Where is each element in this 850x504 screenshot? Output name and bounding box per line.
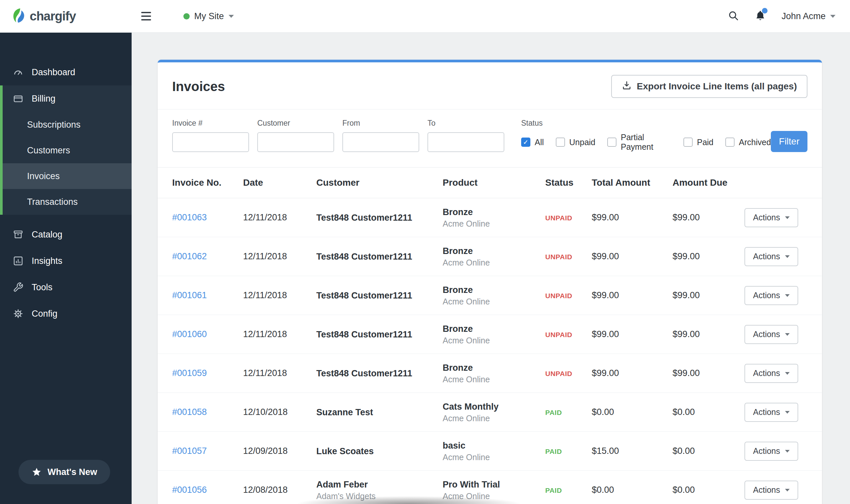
checkbox-partial-payment[interactable]	[607, 138, 616, 147]
chargify-logo[interactable]: chargify	[12, 7, 76, 25]
sidebar-item-invoices[interactable]: Invoices	[3, 163, 132, 189]
sidebar-item-insights[interactable]: Insights	[0, 248, 132, 274]
actions-button[interactable]: Actions	[744, 481, 798, 500]
sidebar-item-config[interactable]: Config	[0, 301, 132, 327]
actions-button[interactable]: Actions	[744, 403, 798, 422]
total-amount-cell: $99.00	[592, 251, 672, 262]
product-name: Cats Monthly	[442, 401, 545, 412]
customer-cell: Test848 Customer1211	[316, 290, 442, 301]
filter-input-customer[interactable]	[257, 132, 334, 152]
site-name: My Site	[194, 11, 224, 21]
actions-button[interactable]: Actions	[744, 208, 798, 227]
invoice-link[interactable]: #001062	[172, 251, 207, 261]
filter-bar: Invoice #CustomerFromTo Status AllUnpaid…	[158, 109, 822, 167]
status-option-archived[interactable]: Archived	[725, 138, 771, 147]
invoice-link[interactable]: #001060	[172, 329, 207, 339]
table-row: #00106212/11/2018Test848 Customer1211Bro…	[158, 237, 822, 276]
notifications-button[interactable]	[754, 10, 766, 23]
column-header-customer: Customer	[316, 178, 442, 188]
checkbox-all[interactable]	[521, 138, 530, 147]
customer-name: Adam Feber	[316, 479, 442, 490]
invoice-link[interactable]: #001056	[172, 485, 207, 495]
sidebar-item-customers[interactable]: Customers	[3, 138, 132, 163]
invoice-link[interactable]: #001063	[172, 212, 207, 222]
sidebar-subitem-label: Subscriptions	[27, 120, 80, 130]
filter-input-to[interactable]	[428, 132, 504, 152]
column-header-status: Status	[545, 178, 592, 188]
top-bar: chargify My Site	[0, 0, 850, 33]
filter-field-label: To	[428, 119, 504, 128]
filter-field-customer: Customer	[257, 119, 334, 152]
sidebar-item-billing[interactable]: Billing	[3, 86, 132, 112]
table-body: #00106312/11/2018Test848 Customer1211Bro…	[158, 198, 822, 504]
sidebar-item-label: Config	[32, 309, 57, 319]
amount-due-cell: $0.00	[672, 407, 749, 417]
menu-icon[interactable]	[139, 9, 154, 23]
filter-input-invoice[interactable]	[172, 132, 249, 152]
product-subtitle: Acme Online	[442, 257, 545, 268]
filter-input-from[interactable]	[342, 132, 419, 152]
checkbox-archived[interactable]	[725, 138, 735, 147]
page-title: Invoices	[172, 79, 225, 94]
amount-due-cell: $99.00	[672, 368, 749, 378]
chevron-down-icon	[830, 15, 835, 18]
product-name: Bronze	[442, 206, 545, 218]
total-amount-cell: $99.00	[592, 290, 672, 301]
invoice-link[interactable]: #001058	[172, 407, 207, 417]
star-icon	[32, 467, 41, 477]
status-option-paid[interactable]: Paid	[684, 138, 713, 147]
actions-button-label: Actions	[753, 407, 780, 417]
sidebar-item-catalog[interactable]: Catalog	[0, 221, 132, 248]
table-row: #00105912/11/2018Test848 Customer1211Bro…	[158, 354, 822, 393]
sidebar-item-subscriptions[interactable]: Subscriptions	[3, 112, 132, 138]
date-cell: 12/11/2018	[243, 368, 316, 378]
site-selector[interactable]: My Site	[183, 11, 234, 21]
invoice-cell: #001057	[172, 446, 243, 456]
invoice-link[interactable]: #001059	[172, 368, 207, 378]
sidebar-item-tools[interactable]: Tools	[0, 274, 132, 301]
status-option-unpaid[interactable]: Unpaid	[556, 138, 595, 147]
sidebar-item-transactions[interactable]: Transactions	[3, 189, 132, 215]
checkbox-paid[interactable]	[684, 138, 693, 147]
product-cell: BronzeAcme Online	[442, 323, 545, 346]
customer-name: Test848 Customer1211	[316, 329, 442, 340]
status-option-partial-payment[interactable]: Partial Payment	[607, 132, 672, 152]
whats-new-button[interactable]: What's New	[18, 460, 110, 484]
sidebar-item-label: Billing	[32, 94, 55, 104]
actions-button[interactable]: Actions	[744, 364, 798, 383]
search-button[interactable]	[728, 10, 739, 22]
product-name: Bronze	[442, 362, 545, 373]
actions-button-label: Actions	[753, 446, 780, 456]
export-invoice-line-items-button[interactable]: Export Invoice Line Items (all pages)	[611, 75, 808, 98]
actions-button[interactable]: Actions	[744, 442, 798, 461]
status-option-all[interactable]: All	[521, 138, 544, 147]
user-menu[interactable]: John Acme	[781, 11, 835, 21]
checkbox-unpaid[interactable]	[556, 138, 565, 147]
product-name: basic	[442, 440, 545, 451]
card-header: Invoices Export Invoice Line Items (all …	[158, 62, 822, 109]
invoice-link[interactable]: #001057	[172, 446, 207, 456]
invoice-link[interactable]: #001061	[172, 290, 207, 300]
actions-button[interactable]: Actions	[744, 325, 798, 344]
invoices-table: Invoice No.DateCustomerProductStatusTota…	[158, 167, 822, 504]
site-status-dot	[183, 13, 189, 19]
customer-name: Luke Scoates	[316, 446, 442, 457]
actions-button-label: Actions	[753, 485, 780, 495]
product-cell: BronzeAcme Online	[442, 246, 545, 268]
sidebar-subitem-label: Customers	[27, 145, 70, 156]
table-row: #00105612/08/2018Adam FeberAdam's Widget…	[158, 471, 822, 504]
product-subtitle: Acme Online	[442, 335, 545, 346]
actions-button[interactable]: Actions	[744, 247, 798, 266]
product-name: Bronze	[442, 323, 545, 335]
sidebar-item-dashboard[interactable]: Dashboard	[0, 59, 132, 86]
invoice-cell: #001061	[172, 290, 243, 301]
filter-button[interactable]: Filter	[771, 131, 808, 152]
dashboard-icon	[13, 67, 24, 78]
amount-due-cell: $0.00	[672, 446, 749, 456]
sidebar-item-label: Dashboard	[32, 67, 75, 77]
status-cell: UNPAID	[545, 329, 592, 339]
actions-cell: Actions	[749, 403, 808, 422]
column-header-date: Date	[243, 178, 316, 188]
actions-button[interactable]: Actions	[744, 286, 798, 305]
status-cell: PAID	[545, 407, 592, 417]
